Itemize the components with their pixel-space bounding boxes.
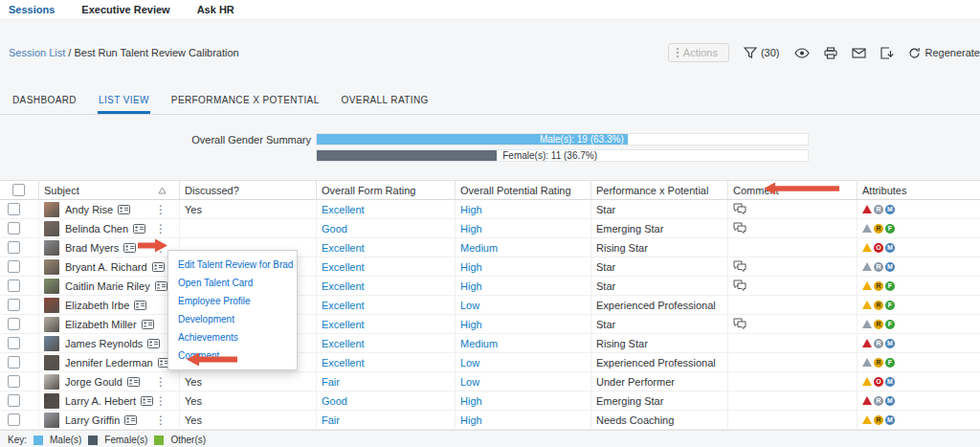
form-rating-link[interactable]: Good [322,395,347,407]
potential-rating-link[interactable]: High [460,319,482,330]
potential-rating-link[interactable]: High [460,261,482,273]
column-header-overall-potential-rating[interactable]: Overall Potential Rating [455,181,590,199]
column-header-overall-form-rating[interactable]: Overall Form Rating [316,181,455,199]
table-row[interactable]: Jorge Gould⋮YesFairLowUnder PerformerOM [0,372,980,391]
comment-bubbles-icon[interactable] [733,222,746,235]
row-menu-kebab-icon[interactable]: ⋮ [155,243,167,253]
breadcrumb-session-list-link[interactable]: Session List [9,47,65,58]
potential-rating-link[interactable]: Low [460,300,479,311]
comment-bubbles-icon[interactable] [733,260,746,273]
column-header-subject[interactable]: Subject [38,181,179,199]
potential-rating-link[interactable]: Medium [460,242,498,254]
export-button[interactable] [880,47,894,59]
menu-item-development[interactable]: Development [168,310,297,328]
menu-item-achievements[interactable]: Achievements [168,328,297,346]
row-checkbox[interactable] [8,356,20,369]
print-button[interactable] [824,47,837,59]
table-header-row: SubjectDiscussed?Overall Form RatingOver… [0,181,980,200]
visibility-button[interactable] [794,48,810,58]
menu-item-employee-profile[interactable]: Employee Profile [168,292,297,310]
menu-item-comment[interactable]: Comment [168,346,297,365]
table-row[interactable]: Jennifer LedermanExcellentLowExperienced… [0,353,980,372]
row-checkbox[interactable] [8,394,20,407]
form-rating-link[interactable]: Excellent [322,280,365,292]
potential-rating-link[interactable]: High [460,395,482,407]
form-rating-link[interactable]: Good [322,223,347,235]
employee-card-icon[interactable] [124,415,137,425]
row-checkbox[interactable] [8,241,20,254]
column-header-discussed-[interactable]: Discussed? [179,181,316,199]
tab-overall-rating[interactable]: OVERALL RATING [341,92,430,111]
form-rating-link[interactable]: Excellent [322,300,365,311]
row-menu-kebab-icon[interactable]: ⋮ [155,377,167,387]
row-checkbox[interactable] [8,413,20,426]
table-row[interactable]: Bryant A. RichardExcellentHighStarRM [0,257,980,277]
column-header-performance-x-potential[interactable]: Performance x Potential [590,181,727,199]
nav-item-sessions[interactable]: Sessions [9,4,55,15]
table-row[interactable]: Caitlin Marie RileyExcellentHighStarRF [0,277,980,296]
column-header-attributes[interactable]: Attributes [857,181,980,199]
row-menu-kebab-icon[interactable]: ⋮ [155,396,167,406]
table-row[interactable]: Elizabeth IrbeExcellentLowExperienced Pr… [0,296,980,315]
tab-list-view[interactable]: LIST VIEW [98,92,150,114]
row-menu-kebab-icon[interactable]: ⋮ [155,205,167,214]
row-checkbox[interactable] [8,337,20,349]
potential-rating-link[interactable]: High [460,223,482,235]
potential-rating-link[interactable]: Medium [460,338,498,349]
table-row[interactable]: Andy Rise⋮YesExcellentHighStarRM [0,200,980,219]
menu-item-edit-talent-review-for-brad-myers[interactable]: Edit Talent Review for Brad Myers [168,256,297,274]
potential-rating-link[interactable]: Low [460,357,479,369]
form-rating-link[interactable]: Excellent [322,242,365,254]
regenerate-button[interactable]: Regenerate [908,47,980,59]
employee-card-icon[interactable] [133,224,145,234]
comment-bubbles-icon[interactable] [733,203,746,215]
row-menu-kebab-icon[interactable]: ⋮ [155,224,167,234]
row-checkbox[interactable] [8,318,20,330]
table-row[interactable]: James ReynoldsExcellentMediumRising Star… [0,334,980,353]
table-row[interactable]: Larry A. Hebert⋮YesGoodHighEmerging Star… [0,391,980,411]
employee-card-icon[interactable] [118,205,130,214]
tab-dashboard[interactable]: DASHBOARD [11,92,78,111]
comment-bubbles-icon[interactable] [733,279,746,292]
form-rating-link[interactable]: Excellent [322,319,365,330]
nav-item-ask-hr[interactable]: Ask HR [197,4,234,15]
employee-card-icon[interactable] [123,243,136,253]
row-checkbox[interactable] [8,203,20,215]
employee-card-icon[interactable] [152,262,165,272]
menu-item-open-talent-card[interactable]: Open Talent Card [168,274,297,292]
row-checkbox[interactable] [8,260,20,273]
comment-bubbles-icon[interactable] [733,318,746,330]
potential-rating-link[interactable]: High [460,280,482,292]
column-header-comment[interactable]: Comment [727,181,857,199]
potential-rating-link[interactable]: High [460,414,482,426]
employee-card-icon[interactable] [134,301,146,310]
row-checkbox[interactable] [8,299,20,311]
table-row[interactable]: Belinda Chen⋮GoodHighEmerging StarRF [0,219,980,238]
filter-button[interactable]: (30) [744,47,780,59]
row-menu-kebab-icon[interactable]: ⋮ [155,415,167,425]
employee-card-icon[interactable] [155,281,167,291]
employee-card-icon[interactable] [142,320,154,329]
table-row[interactable]: Larry Griffin⋮YesFairHighNeeds CoachingR… [0,411,980,430]
actions-button[interactable]: Actions [668,43,729,62]
potential-rating-link[interactable]: High [460,204,482,215]
email-button[interactable] [852,48,866,58]
nav-item-executive-review[interactable]: Executive Review [81,4,169,15]
form-rating-link[interactable]: Fair [322,376,340,388]
row-checkbox[interactable] [8,375,20,388]
form-rating-link[interactable]: Excellent [322,261,365,273]
employee-card-icon[interactable] [127,377,140,387]
form-rating-link[interactable]: Fair [322,414,340,426]
select-all-checkbox[interactable] [12,184,25,196]
table-row[interactable]: Elizabeth MillerExcellentHighStarRF [0,315,980,334]
row-checkbox[interactable] [8,222,20,235]
form-rating-link[interactable]: Excellent [322,204,365,215]
potential-rating-link[interactable]: Low [460,376,479,388]
row-checkbox[interactable] [8,279,20,292]
employee-card-icon[interactable] [147,339,160,348]
form-rating-link[interactable]: Excellent [322,338,365,349]
employee-card-icon[interactable] [141,396,153,406]
tab-performance-x-potential[interactable]: PERFORMANCE X POTENTIAL [170,92,321,111]
form-rating-link[interactable]: Excellent [322,357,365,369]
table-row[interactable]: Brad Myers⋮ExcellentMediumRising StarOM [0,238,980,257]
